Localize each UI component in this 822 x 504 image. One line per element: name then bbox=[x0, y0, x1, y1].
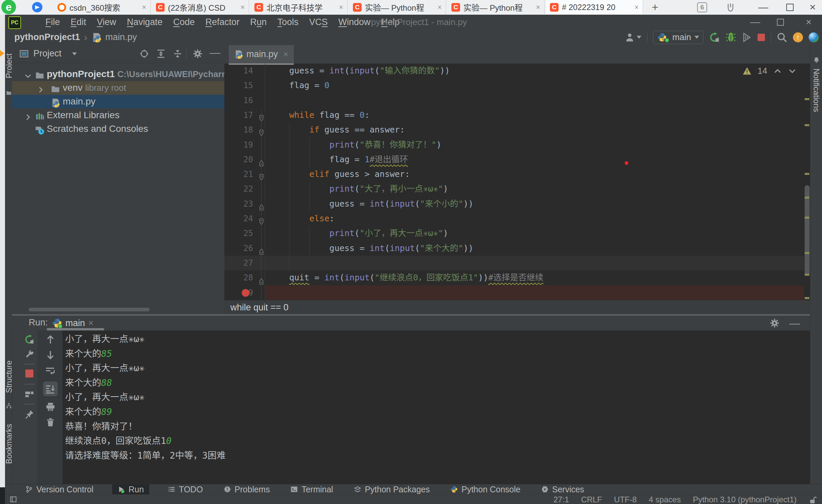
caret-position[interactable]: 27:1 bbox=[554, 495, 569, 504]
tool-window-button-bookmarks[interactable]: Bookmarks bbox=[4, 424, 14, 464]
update-notification-icon[interactable]: ↑ bbox=[793, 32, 803, 42]
rerun-button[interactable] bbox=[709, 32, 720, 43]
code-line-19[interactable]: 19print("恭喜！你猜对了！") bbox=[224, 138, 804, 152]
close-icon[interactable]: × bbox=[142, 3, 146, 12]
locate-button[interactable] bbox=[140, 49, 149, 58]
stripe-warning-mark[interactable] bbox=[805, 173, 809, 175]
close-icon[interactable]: × bbox=[283, 49, 288, 59]
menu-edit[interactable]: Edit bbox=[65, 17, 92, 27]
tool-window-switcher-icon[interactable] bbox=[10, 496, 17, 503]
browser-nav-icon[interactable] bbox=[32, 2, 42, 12]
code-line-22[interactable]: 22print("大了，再小一点✳ω✳") bbox=[224, 182, 804, 196]
code-line-14[interactable]: 14guess = int(input("输入你猜的数")) bbox=[224, 63, 804, 78]
scroll-to-end-button[interactable] bbox=[43, 382, 58, 396]
tree-row-external-libraries[interactable]: External Libraries bbox=[12, 108, 224, 122]
menu-navigate[interactable]: Navigate bbox=[122, 17, 168, 27]
code-line-27[interactable]: 27 bbox=[224, 256, 804, 270]
gear-icon[interactable] bbox=[193, 49, 202, 58]
tree-row-pythonproject1[interactable]: pythonProject1 C:\Users\HUAWEI\PycharmP bbox=[12, 67, 224, 81]
python-interpreter[interactable]: Python 3.10 (pythonProject1) bbox=[693, 495, 797, 504]
code-line-15[interactable]: 15flag = 0 bbox=[224, 78, 804, 93]
menu-tools[interactable]: Tools bbox=[272, 17, 304, 27]
stripe-warning-mark[interactable] bbox=[805, 217, 809, 219]
menu-view[interactable]: View bbox=[91, 17, 122, 27]
code-line-26[interactable]: 26guess = int(input("来个大的")) bbox=[224, 241, 804, 256]
project-horizontal-scrollbar[interactable] bbox=[29, 308, 150, 311]
error-stripe[interactable] bbox=[804, 63, 810, 314]
wrench-icon[interactable] bbox=[25, 349, 34, 359]
browser-tab[interactable]: C北京电子科技学× bbox=[250, 0, 348, 14]
gear-icon[interactable] bbox=[770, 318, 779, 328]
stripe-warning-mark[interactable] bbox=[805, 124, 809, 126]
collapse-all-button[interactable] bbox=[173, 49, 182, 58]
stripe-warning-mark[interactable] bbox=[805, 297, 809, 299]
browser-tab[interactable]: C# 20222319 20× bbox=[546, 0, 643, 14]
browser-close-button[interactable]: × bbox=[806, 0, 819, 14]
tool-window-button-terminal[interactable]: Terminal bbox=[288, 484, 335, 495]
browser-minimize-button[interactable]: — bbox=[757, 0, 770, 14]
code-line-29[interactable]: 29 bbox=[224, 285, 804, 300]
code-line-28[interactable]: 28quit = int(input("继续浪点0，回家吃饭点1"))#选择是否… bbox=[224, 270, 804, 285]
lock-icon[interactable] bbox=[809, 495, 817, 504]
tool-window-button-python-console[interactable]: Python Console bbox=[448, 484, 523, 495]
tool-window-button-problems[interactable]: Problems bbox=[222, 484, 272, 495]
stripe-warning-mark[interactable] bbox=[805, 197, 809, 199]
tool-window-button-python-packages[interactable]: Python Packages bbox=[352, 484, 432, 495]
tab-count-badge[interactable]: 6 bbox=[697, 0, 707, 14]
code-line-23[interactable]: 23guess = int(input("来个小的")) bbox=[224, 197, 804, 211]
tree-row-venv[interactable]: venv library root bbox=[12, 81, 224, 95]
window-close-button[interactable]: × bbox=[799, 15, 819, 29]
pin-icon[interactable] bbox=[25, 410, 34, 419]
close-icon[interactable]: × bbox=[634, 3, 639, 12]
menu-file[interactable]: File bbox=[40, 17, 65, 27]
tool-window-button-todo[interactable]: TODO bbox=[166, 484, 205, 495]
indent-setting[interactable]: 4 spaces bbox=[649, 495, 681, 504]
window-minimize-button[interactable]: — bbox=[745, 15, 765, 29]
stripe-warning-mark[interactable] bbox=[805, 98, 809, 100]
tool-window-button-services[interactable]: Services bbox=[539, 484, 586, 495]
line-ending[interactable]: CRLF bbox=[581, 495, 602, 504]
close-icon[interactable]: × bbox=[240, 3, 245, 12]
window-maximize-button[interactable] bbox=[770, 15, 790, 29]
soft-wrap-button[interactable] bbox=[45, 366, 55, 376]
debug-button[interactable] bbox=[726, 32, 736, 43]
up-arrow-icon[interactable] bbox=[45, 334, 55, 344]
code-line-24[interactable]: 24else: bbox=[224, 211, 804, 226]
close-icon[interactable]: × bbox=[536, 3, 540, 12]
editor-scrollbar-thumb[interactable] bbox=[805, 185, 810, 275]
editor[interactable]: main.py × 14 14guess = int(input("输入你猜的数… bbox=[224, 45, 810, 315]
new-tab-button[interactable]: + bbox=[649, 0, 661, 14]
breadcrumb-file[interactable]: main.py bbox=[106, 32, 137, 42]
browser-tab[interactable]: C(22条消息) CSD× bbox=[152, 0, 249, 14]
tool-window-button-structure[interactable]: Structure bbox=[4, 360, 14, 393]
breakpoint-icon[interactable] bbox=[242, 289, 249, 297]
file-encoding[interactable]: UTF-8 bbox=[614, 495, 637, 504]
tool-window-button-version-control[interactable]: Version Control bbox=[23, 484, 95, 495]
stop-button[interactable] bbox=[758, 34, 765, 41]
code-line-16[interactable]: 16 bbox=[224, 93, 804, 108]
hide-panel-button[interactable]: — bbox=[210, 46, 220, 59]
plugin-sphere-icon[interactable] bbox=[809, 32, 819, 42]
code-line-18[interactable]: 18if guess == answer: bbox=[224, 122, 804, 137]
code-line-17[interactable]: 17while flag == 0: bbox=[224, 108, 804, 122]
hide-panel-button[interactable]: — bbox=[789, 317, 800, 329]
menu-run[interactable]: Run bbox=[245, 17, 272, 27]
browser-maximize-button[interactable] bbox=[783, 0, 797, 14]
breadcrumb-project[interactable]: pythonProject1 bbox=[14, 32, 80, 42]
rerun-button[interactable] bbox=[24, 334, 34, 344]
tree-row-scratches-and-consoles[interactable]: Scratches and Consoles bbox=[12, 122, 224, 136]
browser-tab[interactable]: csdn_360搜索× bbox=[53, 0, 151, 14]
editor-tab-mainpy[interactable]: main.py × bbox=[229, 45, 294, 65]
tree-row-main-py[interactable]: main.py bbox=[12, 95, 224, 108]
user-icon[interactable] bbox=[625, 32, 641, 42]
stripe-warning-mark[interactable] bbox=[805, 274, 809, 276]
chevron-down-icon[interactable] bbox=[24, 70, 32, 81]
browser-collect-icon[interactable] bbox=[725, 0, 736, 14]
print-button[interactable] bbox=[45, 402, 55, 412]
structure-icon[interactable] bbox=[6, 403, 12, 409]
folder-icon[interactable] bbox=[6, 90, 12, 96]
stripe-warning-mark[interactable] bbox=[805, 252, 809, 254]
browser-tab[interactable]: C实验— Python程× bbox=[447, 0, 545, 14]
run-console[interactable]: 小了，再大一点✳ω✳来个大的85小了，再大一点✳ω✳来个大的88小了，再大一点✳… bbox=[62, 330, 810, 484]
close-icon[interactable]: × bbox=[88, 318, 94, 328]
